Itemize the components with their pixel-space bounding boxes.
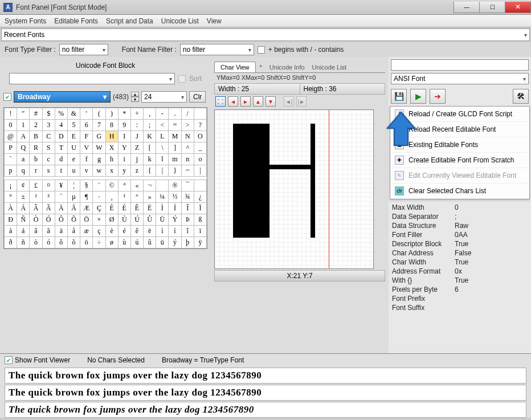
char-cell[interactable]: Â xyxy=(30,203,42,214)
char-cell[interactable]: 1 xyxy=(17,120,30,131)
char-cell[interactable]: ã xyxy=(42,226,55,237)
char-cell[interactable]: ü xyxy=(156,237,169,248)
char-cell[interactable]: \ xyxy=(156,142,169,154)
maximize-button[interactable] xyxy=(479,2,505,13)
char-cell[interactable]: z xyxy=(130,165,143,177)
char-cell[interactable] xyxy=(194,108,206,120)
char-cell[interactable]: } xyxy=(169,165,181,177)
ansi-font-select[interactable]: ANSI Font xyxy=(391,73,529,84)
char-cell[interactable]: ¼ xyxy=(156,191,169,203)
char-cell[interactable]: â xyxy=(30,226,42,237)
char-cell[interactable]: L xyxy=(156,131,169,142)
char-cell[interactable]: ð xyxy=(5,237,17,248)
char-cell[interactable]: a xyxy=(17,154,30,165)
char-cell[interactable]: 4 xyxy=(55,120,67,131)
char-cell[interactable]: ô xyxy=(55,237,67,248)
char-cell[interactable]: Y xyxy=(118,142,130,154)
char-cell[interactable]: , xyxy=(144,108,156,120)
char-cell[interactable]: D xyxy=(55,131,67,142)
char-cell[interactable]: C xyxy=(42,131,55,142)
char-cell[interactable]: Ï xyxy=(194,203,206,214)
char-cell[interactable]: Ò xyxy=(30,214,42,226)
char-cell[interactable]: Q xyxy=(17,142,30,154)
char-cell[interactable]: Ö xyxy=(80,214,93,226)
char-cell[interactable]: p xyxy=(5,165,17,177)
char-cell[interactable]: ó xyxy=(42,237,55,248)
char-cell[interactable]: t xyxy=(55,165,67,177)
char-cell[interactable]: û xyxy=(144,237,156,248)
ctx-create-scratch[interactable]: ✚Create Editable Font From Scratch xyxy=(390,153,529,168)
char-cell[interactable]: 6 xyxy=(80,120,93,131)
char-cell[interactable]: P xyxy=(5,142,17,154)
char-cell[interactable]: 8 xyxy=(105,120,118,131)
char-cell[interactable]: Ô xyxy=(55,214,67,226)
char-cell[interactable]: m xyxy=(169,154,181,165)
char-cell[interactable]: J xyxy=(130,131,143,142)
char-cell[interactable]: W xyxy=(93,142,105,154)
char-cell[interactable]: º xyxy=(130,191,143,203)
char-cell[interactable]: 2 xyxy=(30,120,42,131)
char-cell[interactable]: ÷ xyxy=(93,237,105,248)
char-cell[interactable]: Í xyxy=(169,203,181,214)
char-cell[interactable]: Ç xyxy=(93,203,105,214)
char-cell[interactable]: Z xyxy=(130,142,143,154)
char-cell[interactable]: ~ xyxy=(181,165,194,177)
character-grid[interactable]: !"#$%&'()*+,-./0123456789:;<=>?@ABCDEFGH… xyxy=(3,107,207,249)
menu-editable-fonts[interactable]: Editable Fonts xyxy=(54,17,98,25)
char-cell[interactable]: [ xyxy=(144,142,156,154)
char-cell[interactable]: { xyxy=(144,165,156,177)
font-enabled-checkbox[interactable]: ✔ xyxy=(3,93,11,101)
char-cell[interactable]: ³ xyxy=(42,191,55,203)
char-cell[interactable]: T xyxy=(55,142,67,154)
char-cell[interactable]: È xyxy=(105,203,118,214)
char-cell[interactable]: ï xyxy=(194,226,206,237)
char-cell[interactable] xyxy=(156,180,169,191)
char-cell[interactable]: É xyxy=(118,203,130,214)
char-cell[interactable]: % xyxy=(55,108,67,120)
char-cell[interactable]: À xyxy=(5,203,17,214)
unicode-block-select[interactable] xyxy=(9,73,175,84)
char-cell[interactable]: ´ xyxy=(55,191,67,203)
char-cell[interactable]: r xyxy=(30,165,42,177)
char-cell[interactable]: B xyxy=(30,131,42,142)
char-cell[interactable]: ¢ xyxy=(17,180,30,191)
char-cell[interactable]: Ë xyxy=(144,203,156,214)
char-cell[interactable]: _ xyxy=(194,142,206,154)
char-cell[interactable]: ; xyxy=(144,120,156,131)
char-cell[interactable]: v xyxy=(80,165,93,177)
char-cell[interactable]: K xyxy=(144,131,156,142)
char-cell[interactable]: å xyxy=(67,226,80,237)
char-cell[interactable]: ñ xyxy=(17,237,30,248)
char-cell[interactable]: ` xyxy=(5,154,17,165)
char-cell[interactable]: Û xyxy=(144,214,156,226)
char-cell[interactable]: j xyxy=(130,154,143,165)
tab-unicode-info[interactable]: Unicode Info xyxy=(266,62,308,72)
char-cell[interactable]: q xyxy=(17,165,30,177)
char-cell[interactable]: ¶ xyxy=(80,191,93,203)
char-cell[interactable]: ¤ xyxy=(42,180,55,191)
char-cell[interactable]: Á xyxy=(17,203,30,214)
char-cell[interactable]: ¾ xyxy=(181,191,194,203)
char-cell[interactable]: ö xyxy=(80,237,93,248)
close-button[interactable] xyxy=(505,2,531,13)
char-cell[interactable]: Ã xyxy=(42,203,55,214)
menu-view[interactable]: View xyxy=(207,17,222,25)
char-cell[interactable]: ( xyxy=(93,108,105,120)
char-cell[interactable]: ° xyxy=(5,191,17,203)
char-cell[interactable]: u xyxy=(67,165,80,177)
char-cell[interactable]: O xyxy=(194,131,206,142)
char-cell[interactable]: Ø xyxy=(105,214,118,226)
char-cell[interactable]: * xyxy=(118,108,130,120)
char-cell[interactable]: Ì xyxy=(156,203,169,214)
char-cell[interactable]: x xyxy=(105,165,118,177)
char-cell[interactable]: # xyxy=(30,108,42,120)
char-cell[interactable]: @ xyxy=(5,131,17,142)
char-cell[interactable]: ß xyxy=(194,214,206,226)
char-cell[interactable]: Ñ xyxy=(17,214,30,226)
char-cell[interactable]: ¦ xyxy=(67,180,80,191)
char-cell[interactable]: ª xyxy=(118,180,130,191)
char-cell[interactable]: Ê xyxy=(130,203,143,214)
tab-unicode-list[interactable]: Unicode List xyxy=(309,62,350,72)
char-cell[interactable]: g xyxy=(93,154,105,165)
play-icon[interactable]: ▶ xyxy=(410,89,426,104)
